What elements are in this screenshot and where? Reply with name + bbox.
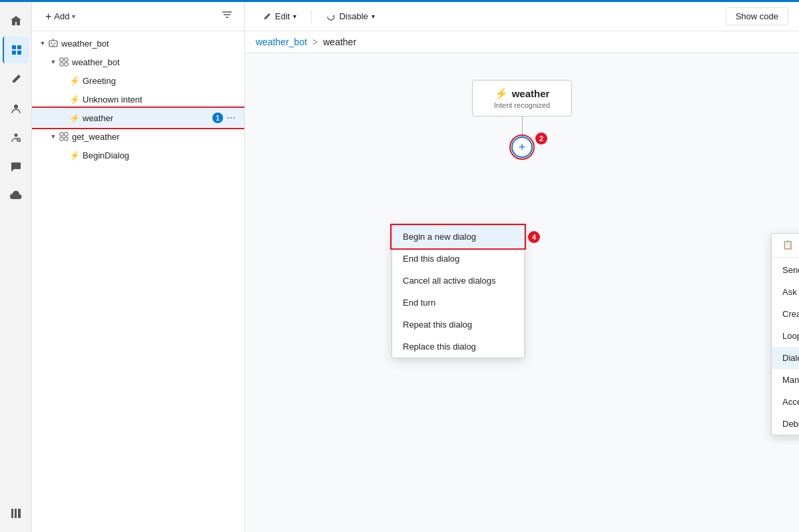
- tree-panel: + Add ▾ ▼ weather_bot ···: [32, 2, 245, 532]
- tree-item-label-get-weather: get_weather: [72, 132, 239, 142]
- plus-icon: +: [45, 11, 51, 23]
- context-menu-sep: [772, 257, 799, 258]
- tree-item-label-weather: weather: [83, 113, 208, 123]
- context-menu-ask-question[interactable]: Ask a question ›: [772, 281, 799, 303]
- svg-rect-20: [65, 133, 68, 136]
- intent-icon-weather: ⚡: [69, 113, 80, 123]
- tree-item-weather-bot-child[interactable]: ▼ weather_bot ···: [32, 53, 244, 71]
- canvas-area: ⚡ weather Intent recognized + 2: [245, 53, 799, 532]
- edit-button[interactable]: Edit ▾: [256, 8, 303, 25]
- submenu-end-turn[interactable]: End turn: [392, 292, 524, 314]
- tree-item-label-unknown: Unknown intent: [83, 95, 239, 105]
- submenu-end-this-dialog[interactable]: End this dialog: [392, 248, 524, 270]
- sidebar-item-chat[interactable]: [3, 154, 29, 180]
- icon-sidebar: [0, 2, 32, 532]
- cancel-all-label: Cancel all active dialogs: [403, 276, 495, 286]
- node-connector: [522, 117, 523, 136]
- svg-rect-16: [65, 58, 68, 61]
- breadcrumb-separator: >: [312, 37, 318, 47]
- svg-point-11: [51, 43, 53, 44]
- add-button[interactable]: + Add ▾: [40, 8, 81, 25]
- begin-new-dialog-label: Begin a new dialog: [403, 232, 476, 242]
- toolbar-separator: [311, 10, 312, 23]
- svg-rect-18: [65, 63, 68, 66]
- context-menu-debugging[interactable]: Debugging options ›: [772, 413, 799, 435]
- canvas-toolbar: Edit ▾ Disable ▾ Show code: [245, 2, 799, 31]
- context-menu-send-response[interactable]: Send a response: [772, 259, 799, 281]
- repeat-dialog-label: Repeat this dialog: [403, 320, 472, 330]
- svg-point-5: [14, 134, 17, 137]
- sidebar-item-home[interactable]: [3, 7, 29, 34]
- replace-dialog-label: Replace this dialog: [403, 342, 476, 352]
- sidebar-item-users[interactable]: [3, 95, 29, 122]
- svg-rect-8: [15, 509, 17, 518]
- svg-rect-7: [11, 509, 13, 518]
- edit-icon: [10, 73, 22, 85]
- debugging-label: Debugging options: [782, 419, 799, 429]
- context-menu-looping[interactable]: Looping ›: [772, 325, 799, 347]
- svg-rect-9: [18, 509, 21, 518]
- submenu-cancel-all[interactable]: Cancel all active dialogs: [392, 270, 524, 292]
- tree-item-label-weather-bot-child: weather_bot: [72, 57, 239, 67]
- person-icon: [10, 132, 22, 144]
- bot-icon: [48, 38, 59, 49]
- sidebar-item-edit[interactable]: [3, 66, 29, 93]
- submenu-begin-new-dialog[interactable]: Begin a new dialog 4: [392, 226, 524, 248]
- submenu-replace-dialog[interactable]: Replace this dialog: [392, 336, 524, 358]
- sidebar-item-library[interactable]: [3, 500, 29, 527]
- tree-item-greeting[interactable]: ⚡ Greeting: [32, 71, 244, 90]
- edit-pencil-icon: [262, 12, 272, 21]
- tree-item-begin-dialog[interactable]: ⚡ BeginDialog: [32, 146, 244, 164]
- context-menu-manage-properties[interactable]: Manage properties ›: [772, 369, 799, 391]
- plus-button[interactable]: +: [511, 136, 533, 158]
- tree-item-weather[interactable]: ⚡ weather 1 ···: [32, 109, 244, 127]
- step-badge-2: 2: [535, 133, 547, 144]
- cloud-icon: [10, 190, 22, 202]
- plus-button-container: + 2: [511, 136, 533, 158]
- looping-label: Looping: [782, 331, 799, 341]
- tree-item-label-greeting: Greeting: [83, 76, 239, 86]
- home-icon: [10, 15, 22, 27]
- svg-point-12: [55, 43, 56, 44]
- sidebar-item-dialogs[interactable]: [3, 37, 29, 63]
- filter-button[interactable]: [218, 7, 236, 25]
- submenu-repeat-dialog[interactable]: Repeat this dialog: [392, 314, 524, 336]
- disable-button[interactable]: Disable ▾: [320, 8, 381, 25]
- breadcrumb-parent[interactable]: weather_bot: [256, 37, 307, 47]
- svg-rect-21: [60, 137, 63, 140]
- tree-item-get-weather[interactable]: ▼ get_weather: [32, 127, 244, 146]
- plus-icon: +: [519, 140, 526, 154]
- step-badge-4: 4: [528, 231, 540, 243]
- end-this-dialog-label: End this dialog: [403, 254, 459, 264]
- context-menu-create-condition[interactable]: Create a condition ›: [772, 303, 799, 325]
- svg-rect-3: [17, 51, 21, 55]
- tree-item-weather-bot-root[interactable]: ▼ weather_bot ···: [32, 34, 244, 53]
- tree-item-more-weather[interactable]: ···: [223, 110, 239, 126]
- context-menu-paste: 📋 Paste: [772, 234, 799, 256]
- node-title: weather: [512, 88, 550, 99]
- svg-rect-2: [12, 51, 16, 55]
- svg-rect-17: [60, 63, 63, 66]
- ask-question-label: Ask a question: [782, 287, 799, 297]
- refresh-icon: [326, 12, 336, 21]
- sidebar-item-person[interactable]: [3, 125, 29, 151]
- tree-toolbar: + Add ▾: [32, 2, 244, 31]
- context-menu-access-external[interactable]: Access external resources ›: [772, 391, 799, 413]
- show-code-label: Show code: [736, 11, 778, 21]
- dialog-icon-child: [59, 57, 69, 67]
- context-menu-dialog-management[interactable]: Dialog management › 3: [772, 347, 799, 369]
- main-canvas: Edit ▾ Disable ▾ Show code weather_bot >…: [245, 2, 799, 532]
- tree-item-unknown-intent[interactable]: ⚡ Unknown intent: [32, 90, 244, 109]
- access-external-label: Access external resources: [782, 397, 799, 407]
- send-response-label: Send a response: [782, 265, 799, 275]
- edit-chevron-icon: ▾: [293, 13, 296, 20]
- add-label: Add: [54, 11, 69, 21]
- sidebar-item-cloud[interactable]: [3, 183, 29, 210]
- tree-item-label-weather-bot-root: weather_bot: [61, 39, 239, 49]
- tree-arrow-get-weather: ▼: [48, 131, 59, 142]
- edit-label: Edit: [275, 11, 290, 21]
- intent-icon-unknown: ⚡: [69, 94, 80, 105]
- svg-rect-15: [60, 58, 63, 61]
- tree-arrow-weather-bot-child: ▼: [48, 57, 59, 67]
- show-code-button[interactable]: Show code: [726, 7, 788, 25]
